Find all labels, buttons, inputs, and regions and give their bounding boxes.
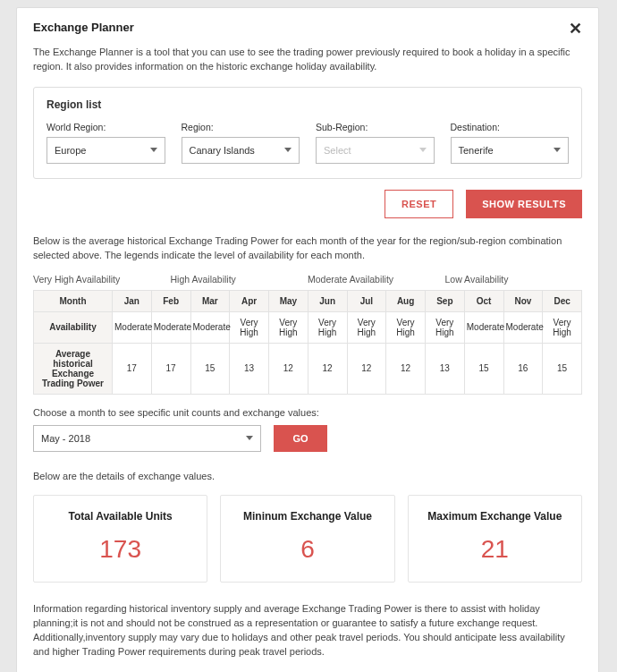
reset-button[interactable]: RESET: [385, 190, 453, 218]
power-m8: 12: [386, 343, 426, 394]
legend-low: Low Availability: [445, 274, 583, 285]
sub-region-select[interactable]: Select: [316, 137, 435, 164]
avail-m9: Very High: [426, 311, 465, 343]
power-m4: 13: [230, 343, 269, 394]
legend-moderate: Moderate Availability: [308, 274, 445, 285]
chevron-down-icon: [150, 148, 157, 152]
th-m10: Oct: [464, 290, 503, 311]
destination-label: Destination:: [451, 122, 570, 132]
card-title-max: Maximum Exchange Value: [418, 510, 572, 523]
card-min-value: Mininum Exchange Value 6: [220, 495, 394, 583]
legend-very-high: Very High Availability: [33, 274, 171, 285]
card-title-min: Mininum Exchange Value: [230, 510, 385, 523]
region-list-title: Region list: [46, 98, 569, 111]
power-m6: 12: [308, 343, 347, 394]
exchange-planner-modal: Exchange Planner ✕ The Exchange Planner …: [16, 7, 599, 672]
th-m8: Aug: [386, 290, 426, 311]
avail-m3: Moderate: [190, 311, 230, 343]
power-m1: 17: [113, 343, 152, 394]
go-button[interactable]: GO: [274, 425, 327, 452]
avail-m2: Moderate: [151, 311, 190, 343]
show-results-button[interactable]: SHOW RESULTS: [466, 190, 582, 218]
close-icon[interactable]: ✕: [569, 21, 582, 37]
th-m9: Sep: [426, 290, 465, 311]
table-intro-text: Below is the average historical Exchange…: [33, 234, 582, 263]
destination-select[interactable]: Tenerife: [451, 137, 570, 164]
chevron-down-icon: [419, 148, 427, 152]
avail-m8: Very High: [386, 311, 426, 343]
availability-table: Month Jan Feb Mar Apr May Jun Jul Aug Se…: [33, 290, 582, 395]
card-value-max: 21: [418, 535, 572, 564]
card-max-value: Maximum Exchange Value 21: [408, 495, 582, 583]
card-total-units: Total Available Units 173: [33, 495, 207, 583]
power-m3: 15: [190, 343, 230, 394]
chevron-down-icon: [246, 436, 253, 440]
region-value: Canary Islands: [190, 145, 255, 156]
th-m1: Jan: [113, 290, 152, 311]
th-m4: Apr: [230, 290, 269, 311]
world-region-value: Europe: [55, 145, 86, 156]
sub-region-placeholder: Select: [324, 145, 351, 156]
modal-header: Exchange Planner ✕: [33, 21, 582, 37]
world-region-label: World Region:: [46, 122, 165, 132]
intro-text: The Exchange Planner is a tool that you …: [33, 46, 582, 74]
avail-m1: Moderate: [113, 311, 152, 343]
region-select[interactable]: Canary Islands: [182, 137, 300, 164]
power-m10: 15: [464, 343, 503, 394]
card-title-total: Total Available Units: [43, 510, 198, 523]
power-m5: 12: [269, 343, 308, 394]
world-region-select[interactable]: Europe: [46, 137, 165, 164]
th-m12: Dec: [543, 290, 582, 311]
avail-m7: Very High: [347, 311, 386, 343]
power-m11: 16: [503, 343, 543, 394]
avail-m6: Very High: [308, 311, 347, 343]
th-month: Month: [34, 290, 113, 311]
th-m6: Jun: [308, 290, 347, 311]
region-label: Region:: [182, 122, 300, 132]
th-m5: May: [269, 290, 308, 311]
th-m11: Nov: [503, 290, 543, 311]
chevron-down-icon: [554, 148, 561, 152]
month-select-value: May - 2018: [41, 433, 90, 444]
card-value-min: 6: [230, 535, 385, 564]
destination-value: Tenerife: [459, 145, 494, 156]
choose-month-label: Choose a month to see specific unit coun…: [33, 407, 582, 418]
th-availability: Availability: [34, 311, 113, 343]
avail-m4: Very High: [230, 311, 269, 343]
card-value-total: 173: [43, 535, 198, 564]
th-m2: Feb: [151, 290, 190, 311]
avail-m5: Very High: [269, 311, 308, 343]
legend-row: Very High Availability High Availability…: [33, 274, 582, 285]
power-m9: 13: [426, 343, 465, 394]
disclaimer-text: Information regarding historical invento…: [33, 602, 582, 659]
avail-m10: Moderate: [464, 311, 503, 343]
th-m3: Mar: [190, 290, 230, 311]
avail-m12: Very High: [543, 311, 582, 343]
power-m12: 15: [543, 343, 582, 394]
month-select[interactable]: May - 2018: [33, 425, 261, 452]
region-list-box: Region list World Region: Europe Region:…: [33, 87, 582, 179]
power-m2: 17: [151, 343, 190, 394]
legend-high: High Availability: [171, 274, 308, 285]
modal-title: Exchange Planner: [33, 21, 134, 34]
sub-region-label: Sub-Region:: [316, 122, 435, 132]
details-intro: Below are the details of exchange values…: [33, 470, 582, 484]
th-avg-power: Average historical Exchange Trading Powe…: [34, 343, 113, 394]
chevron-down-icon: [284, 148, 292, 152]
avail-m11: Moderate: [503, 311, 543, 343]
th-m7: Jul: [347, 290, 386, 311]
power-m7: 12: [347, 343, 386, 394]
